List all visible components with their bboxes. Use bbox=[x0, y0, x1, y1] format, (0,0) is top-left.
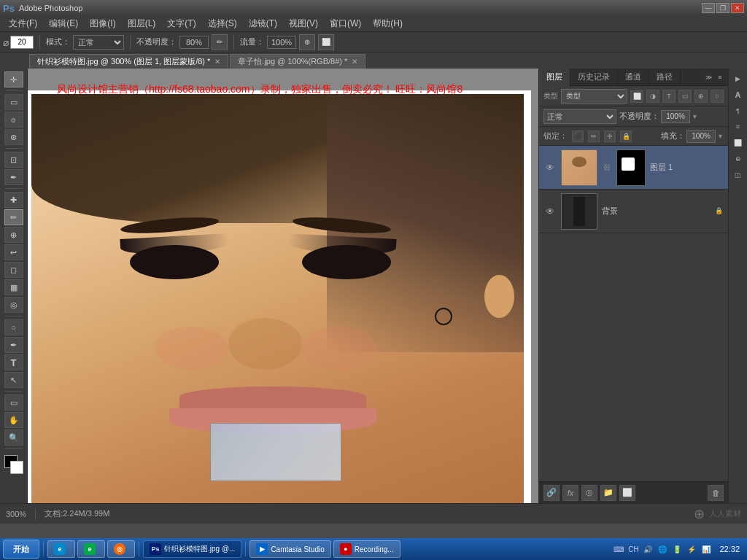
panel-expand-icon[interactable]: ≫ bbox=[703, 72, 713, 82]
menu-file[interactable]: 文件(F) bbox=[3, 16, 43, 31]
panel-menu-icon[interactable]: ≡ bbox=[715, 72, 725, 82]
rt-btn-3[interactable]: ¶ bbox=[731, 104, 746, 118]
dodge-tool[interactable]: ○ bbox=[4, 319, 23, 335]
panel-tab-channels[interactable]: 通道 bbox=[618, 69, 649, 86]
lasso-tool[interactable]: ⌾ bbox=[4, 112, 23, 128]
menu-window[interactable]: 窗口(W) bbox=[324, 16, 367, 31]
rt-btn-6[interactable]: ⊕ bbox=[731, 152, 746, 166]
tab-document-1[interactable]: 针织衫模特图.jpg @ 300% (图层 1, 图层蒙版/8) * ✕ bbox=[29, 54, 228, 69]
zoom-tool[interactable]: 🔍 bbox=[4, 429, 23, 446]
create-group-btn[interactable]: 📁 bbox=[600, 485, 616, 501]
taskbar-browser2[interactable]: ◎ bbox=[107, 540, 135, 558]
quick-select-tool[interactable]: ⊛ bbox=[4, 129, 23, 145]
shape-tool[interactable]: ▭ bbox=[4, 394, 23, 411]
color-swatches[interactable] bbox=[4, 455, 23, 474]
fx-btn[interactable]: fx bbox=[562, 485, 578, 501]
brush-size-input[interactable] bbox=[10, 36, 34, 49]
menu-layer[interactable]: 图层(L) bbox=[122, 16, 162, 31]
link-layers-btn[interactable]: 🔗 bbox=[543, 485, 560, 501]
sys-icon-5[interactable]: 🔋 bbox=[671, 543, 683, 555]
rt-btn-1[interactable]: ▶ bbox=[731, 71, 746, 86]
opacity-field[interactable] bbox=[661, 110, 690, 123]
menu-select[interactable]: 选择(S) bbox=[202, 16, 243, 31]
rt-btn-7[interactable]: ◫ bbox=[731, 168, 746, 182]
minimize-button[interactable]: — bbox=[702, 3, 715, 13]
menu-view[interactable]: 视图(V) bbox=[283, 16, 324, 31]
text-tool[interactable]: T bbox=[4, 354, 23, 370]
filter-smart-icon[interactable]: ⊕ bbox=[694, 90, 708, 103]
delete-layer-btn[interactable]: 🗑 bbox=[708, 485, 724, 501]
fill-field[interactable] bbox=[686, 130, 716, 143]
filter-adjust-icon[interactable]: ◑ bbox=[646, 90, 659, 103]
filter-toggle[interactable]: ○ bbox=[711, 90, 724, 103]
maximize-button[interactable]: ❐ bbox=[716, 3, 729, 13]
hand-tool[interactable]: ✋ bbox=[4, 412, 23, 428]
panel-tab-layers[interactable]: 图层 bbox=[539, 69, 570, 86]
menu-help[interactable]: 帮助(H) bbox=[367, 16, 409, 31]
sys-icon-3[interactable]: 🔊 bbox=[642, 543, 654, 555]
move-tool[interactable]: ✛ bbox=[4, 71, 23, 88]
crop-tool[interactable]: ⊡ bbox=[4, 152, 23, 168]
taskbar-ps-file[interactable]: Ps 针织衫模特图.jpg @... bbox=[143, 540, 241, 558]
lock-all-btn[interactable]: 🔒 bbox=[620, 131, 632, 142]
clone-stamp-tool[interactable]: ⊕ bbox=[4, 227, 23, 243]
canvas-area[interactable]: 风尚设计馆主营销（http://fs68.taobao.com）录制，独家出售，… bbox=[28, 69, 538, 503]
rt-btn-2[interactable]: A bbox=[731, 88, 746, 102]
layer-item-1[interactable]: 👁 ⛓ 图层 1 bbox=[539, 146, 728, 190]
layer-item-background[interactable]: 👁 背景 🔒 bbox=[539, 190, 728, 233]
rt-btn-5[interactable]: ⬜ bbox=[731, 136, 746, 150]
filter-text-icon[interactable]: T bbox=[662, 90, 676, 103]
menu-filter[interactable]: 滤镜(T) bbox=[243, 16, 283, 31]
add-mask-btn[interactable]: ◎ bbox=[581, 485, 597, 501]
taskbar-browser[interactable]: e bbox=[77, 540, 105, 558]
taskbar-recording[interactable]: ● Recording... bbox=[333, 540, 400, 558]
tab-close-2[interactable]: ✕ bbox=[352, 58, 357, 66]
sys-icon-4[interactable]: 🌐 bbox=[657, 543, 668, 555]
filter-shape-icon[interactable]: ▭ bbox=[678, 90, 692, 103]
sys-icon-1[interactable]: ⌨ bbox=[613, 543, 624, 555]
menu-edit[interactable]: 编辑(E) bbox=[43, 16, 84, 31]
lock-paint-btn[interactable]: ✏ bbox=[588, 131, 600, 142]
lock-transparent-btn[interactable]: ⬛ bbox=[572, 131, 584, 142]
pen-tool[interactable]: ✒ bbox=[4, 337, 23, 353]
heal-tool[interactable]: ✚ bbox=[4, 192, 23, 208]
panel-tab-history[interactable]: 历史记录 bbox=[570, 69, 618, 86]
sys-icon-6[interactable]: ⚡ bbox=[686, 543, 697, 555]
rect-marquee-tool[interactable]: ▭ bbox=[4, 94, 23, 110]
blur-tool[interactable]: ◎ bbox=[4, 297, 23, 313]
layer-filter-type[interactable]: 类型 bbox=[561, 89, 627, 104]
tablet-btn[interactable]: ⬜ bbox=[318, 34, 334, 50]
history-brush-tool[interactable]: ↩ bbox=[4, 244, 23, 260]
close-button[interactable]: ✕ bbox=[731, 3, 744, 13]
gradient-tool[interactable]: ▦ bbox=[4, 279, 23, 295]
pen-pressure-btn[interactable]: ⊕ bbox=[299, 34, 315, 50]
bg-layer-visibility[interactable]: 👁 bbox=[543, 205, 557, 218]
rt-btn-4[interactable]: ≡ bbox=[731, 120, 746, 134]
layer-1-visibility[interactable]: 👁 bbox=[543, 161, 557, 174]
blend-mode-select[interactable]: 正常 溶解 正片叠底 bbox=[73, 35, 124, 50]
eraser-tool[interactable]: ◻ bbox=[4, 262, 23, 278]
opacity-input[interactable] bbox=[179, 36, 209, 49]
window-controls[interactable]: — ❐ ✕ bbox=[702, 3, 744, 13]
tab-document-2[interactable]: 章子怡.jpg @ 100%(RGB/8#) * ✕ bbox=[230, 54, 365, 69]
path-select-tool[interactable]: ↖ bbox=[4, 372, 23, 388]
sys-icon-7[interactable]: 📊 bbox=[700, 543, 712, 555]
layer-1-chain[interactable]: ⛓ bbox=[602, 163, 612, 173]
lock-position-btn[interactable]: ✛ bbox=[604, 131, 616, 142]
start-button[interactable]: 开始 bbox=[3, 540, 39, 559]
eyedropper-tool[interactable]: ✒ bbox=[4, 169, 23, 185]
background-color[interactable] bbox=[10, 461, 23, 474]
layer-blend-select[interactable]: 正常 溶解 正片叠底 bbox=[543, 109, 616, 124]
airbrush-btn[interactable]: ✏ bbox=[212, 34, 228, 50]
panel-tab-paths[interactable]: 路径 bbox=[649, 69, 681, 86]
menu-image[interactable]: 图像(I) bbox=[84, 16, 121, 31]
create-layer-btn[interactable]: ⬜ bbox=[619, 485, 635, 501]
brush-tool[interactable]: ✏ bbox=[4, 209, 23, 225]
sys-icon-2[interactable]: CH bbox=[627, 543, 639, 555]
filter-pixel-icon[interactable]: ⬜ bbox=[630, 90, 643, 103]
tab-close-1[interactable]: ✕ bbox=[214, 58, 220, 66]
menu-text[interactable]: 文字(T) bbox=[161, 16, 201, 31]
taskbar-camtasia[interactable]: ▶ Camtasia Studio bbox=[249, 540, 330, 558]
flow-input[interactable] bbox=[267, 36, 296, 49]
taskbar-ie[interactable]: e bbox=[47, 540, 75, 558]
